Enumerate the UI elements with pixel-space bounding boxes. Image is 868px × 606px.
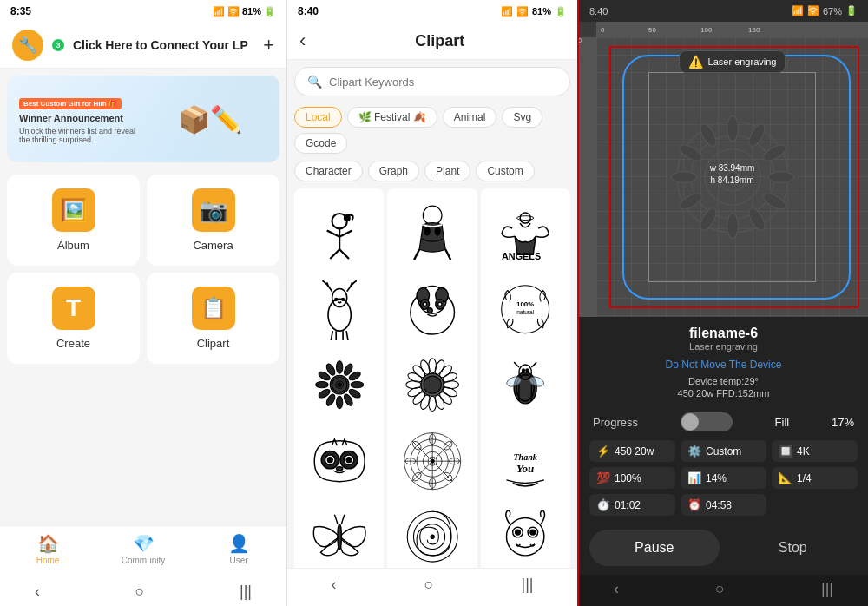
tag-animal[interactable]: Animal <box>443 107 497 128</box>
banner-content: Best Custom Gift for Him 🎁 Winner Announ… <box>7 85 148 152</box>
home-battery-icon: 🔋 <box>264 6 276 17</box>
svg-line-18 <box>346 331 348 340</box>
album-icon: 🖼️ <box>52 188 95 232</box>
search-input[interactable] <box>329 76 557 89</box>
tag-gcode[interactable]: Gcode <box>294 133 347 154</box>
svg-point-13 <box>328 299 351 331</box>
search-icon: 🔍 <box>307 75 322 89</box>
warning-icon: ⚠️ <box>688 55 703 69</box>
home-nav-label: Home <box>36 556 60 565</box>
quarter-icon: 📐 <box>779 471 792 484</box>
laser-wifi: 🛜 <box>807 5 819 16</box>
clipart-recent-sys[interactable]: ||| <box>521 576 533 594</box>
album-button[interactable]: 🖼️ Album <box>7 175 140 266</box>
param-time1-val: 01:02 <box>615 499 641 511</box>
svg-point-57 <box>437 391 453 406</box>
clipart-item-swirl[interactable] <box>387 492 477 568</box>
svg-line-77 <box>532 362 537 367</box>
param-power-val: 450 20w <box>615 445 654 458</box>
fill-icon: 📊 <box>687 471 701 484</box>
tag-graph[interactable]: Graph <box>368 161 419 181</box>
custom-icon: ⚙️ <box>687 445 701 458</box>
clipart-item-butterfly[interactable] <box>294 492 384 568</box>
clipart-back-button[interactable]: ‹ <box>299 30 306 52</box>
home-wifi-icon: 🛜 <box>227 6 240 17</box>
clipart-button[interactable]: 📋 Clipart <box>147 273 279 364</box>
album-label: Album <box>57 239 89 252</box>
svg-point-36 <box>337 383 340 386</box>
laser-info: filename-6 Laser engraving Do Not Move T… <box>579 317 868 407</box>
home-signal-icon: 📶 <box>213 6 225 17</box>
param-fill-val: 14% <box>706 472 727 484</box>
tag-svg[interactable]: Svg <box>502 107 542 128</box>
svg-text:natural: natural <box>516 309 534 315</box>
tag-custom[interactable]: Custom <box>476 161 534 181</box>
home-connect-text[interactable]: Click Here to Connect Your LP <box>73 38 254 52</box>
tag-plant[interactable]: Plant <box>424 161 470 181</box>
param-4k: 🔲 4K <box>772 440 858 462</box>
nav-community[interactable]: 💎 Community <box>95 533 191 565</box>
back-sys-button[interactable]: ‹ <box>35 583 40 601</box>
svg-point-127 <box>697 206 719 233</box>
svg-point-14 <box>332 288 346 306</box>
svg-text:You: You <box>516 462 534 475</box>
clipart-item-creature[interactable] <box>481 492 570 568</box>
svg-point-84 <box>336 466 342 470</box>
svg-point-6 <box>344 215 349 221</box>
tag-local[interactable]: Local <box>294 107 342 128</box>
param-custom-val: Custom <box>706 445 741 458</box>
nav-user[interactable]: 👤 User <box>191 533 286 565</box>
time2-icon: ⏰ <box>687 498 701 511</box>
home-sys-button[interactable]: ○ <box>135 583 145 601</box>
laser-back-sys[interactable]: ‹ <box>614 580 619 598</box>
clipart-search[interactable]: 🔍 <box>294 67 570 96</box>
nav-home[interactable]: 🏠 Home <box>0 533 95 565</box>
svg-point-124 <box>760 190 787 212</box>
home-grid: 🖼️ Album 📷 Camera T Create 📋 Clipart <box>7 175 279 364</box>
stop-button[interactable]: Stop <box>728 530 858 566</box>
clipart-back-sys[interactable]: ‹ <box>332 576 337 594</box>
svg-point-19 <box>334 299 337 301</box>
pause-button[interactable]: Pause <box>589 530 720 566</box>
param-custom: ⚙️ Custom <box>681 440 766 462</box>
laser-action-buttons: Pause Stop <box>579 523 868 575</box>
clipart-time: 8:40 <box>298 5 319 17</box>
progress-label: Progress <box>593 416 638 429</box>
laser-recent-sys[interactable]: ||| <box>821 580 833 598</box>
tag-festival[interactable]: 🌿 Festival 🍂 <box>347 107 437 128</box>
home-status-bar: 8:35 📶 🛜 81% 🔋 <box>0 0 286 23</box>
4k-icon: 🔲 <box>779 445 792 458</box>
recent-sys-button[interactable]: ||| <box>240 583 252 601</box>
create-button[interactable]: T Create <box>7 273 140 364</box>
svg-point-75 <box>526 369 529 372</box>
home-banner[interactable]: Best Custom Gift for Him 🎁 Winner Announ… <box>7 76 279 162</box>
svg-point-128 <box>676 190 703 212</box>
home-app-icon: 🔧 <box>12 30 43 61</box>
svg-point-29 <box>427 308 432 313</box>
tag-character[interactable]: Character <box>294 161 363 181</box>
banner-image: 📦✏️ <box>141 76 279 162</box>
clipart-home-sys[interactable]: ○ <box>424 576 434 594</box>
svg-point-20 <box>341 299 344 301</box>
tooltip-text: Laser engraving <box>708 56 777 67</box>
clipart-battery: 81% <box>532 6 551 16</box>
clipart-title: Clipart <box>314 32 565 50</box>
svg-text:100%: 100% <box>516 300 534 307</box>
camera-button[interactable]: 📷 Camera <box>147 175 279 266</box>
user-nav-icon: 👤 <box>228 533 250 554</box>
param-time2: ⏰ 04:58 <box>681 494 766 516</box>
param-percent-val: 100% <box>615 472 641 484</box>
clipart-panel: 8:40 📶 🛜 81% 🔋 ‹ Clipart 🔍 Local 🌿 Festi… <box>286 0 577 606</box>
svg-point-121 <box>746 122 767 148</box>
param-percent: 💯 100% <box>589 467 675 489</box>
laser-system-bar: ‹ ○ ||| <box>579 575 868 603</box>
svg-point-113 <box>516 530 521 535</box>
add-button[interactable]: + <box>263 34 274 56</box>
param-power: ⚡ 450 20w <box>589 440 675 462</box>
svg-text:Thank: Thank <box>514 451 538 461</box>
laser-home-sys[interactable]: ○ <box>715 580 725 598</box>
svg-point-43 <box>336 396 342 408</box>
laser-warning: Do Not Move The Device <box>593 359 854 371</box>
svg-point-27 <box>423 302 426 306</box>
progress-toggle[interactable] <box>681 412 733 431</box>
